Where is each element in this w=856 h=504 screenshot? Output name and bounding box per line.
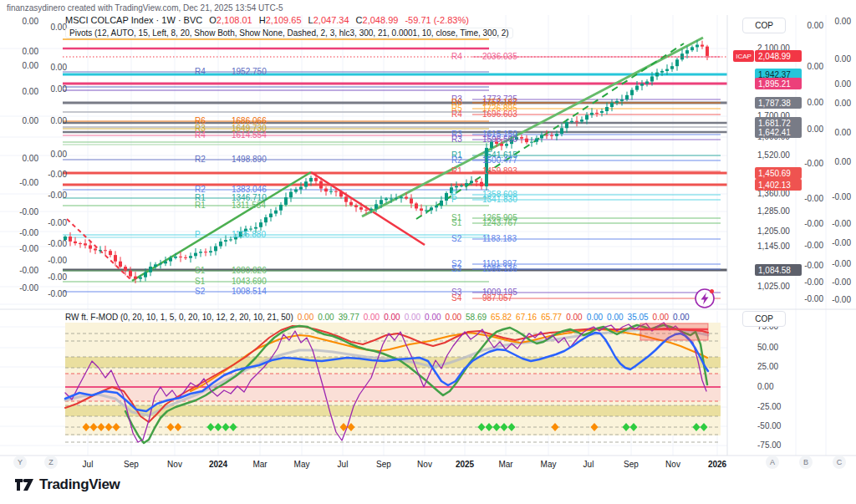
high-value: 2,109.65 — [266, 15, 302, 25]
indicator-value: 35.05 — [628, 313, 649, 322]
indicator-title[interactable]: RW ft. F-MOD (0, 20, 10, 1, 5, 0, 20, 10… — [65, 313, 293, 322]
svg-text:-0.00: -0.00 — [804, 194, 823, 203]
symbol-legend-row[interactable]: MSCI COLCAP Index · 1W · BVC O2,108.01 H… — [65, 15, 469, 25]
svg-text:-0.00: -0.00 — [804, 277, 823, 287]
svg-text:Jul: Jul — [338, 460, 349, 469]
svg-text:1,895.21: 1,895.21 — [758, 79, 791, 89]
indicator-value: 58.69 — [466, 313, 487, 322]
boost-button[interactable] — [696, 289, 714, 308]
symbol-title[interactable]: MSCI COLCAP Index · 1W · BVC — [65, 15, 202, 25]
svg-text:-0.00: -0.00 — [48, 272, 67, 282]
svg-text:1459.893: 1459.893 — [482, 166, 517, 176]
svg-text:-0.00: -0.00 — [19, 283, 38, 293]
open-value: 2,108.01 — [217, 15, 252, 25]
svg-text:R4: R4 — [451, 109, 462, 119]
svg-text:May: May — [541, 460, 557, 469]
close-value: 2,048.99 — [363, 15, 399, 25]
svg-text:0.00: 0.00 — [808, 98, 824, 107]
svg-text:0.00: 0.00 — [51, 63, 68, 72]
svg-text:R3: R3 — [451, 135, 462, 144]
indicator-value: 0.00 — [653, 313, 669, 322]
axis-shortcut-button[interactable]: A — [766, 456, 779, 469]
axis-shortcut-button[interactable]: C — [833, 456, 846, 469]
indicator-value: 0.00 — [384, 313, 400, 322]
svg-text:R1: R1 — [195, 201, 206, 210]
indicator-scale-currency-button[interactable]: COP — [742, 311, 786, 327]
svg-text:1,787.38: 1,787.38 — [758, 99, 791, 108]
svg-text:-0.00: -0.00 — [804, 159, 823, 168]
low-value: 2,047.34 — [313, 15, 349, 25]
svg-text:S1: S1 — [195, 266, 206, 275]
svg-text:1,025.00: 1,025.00 — [757, 282, 790, 291]
svg-text:Y: Y — [18, 458, 23, 466]
outer-scales: 0.000.000.000.00-0.00-0.00-0.00-0.00-0.0… — [19, 17, 851, 304]
svg-text:2036.035: 2036.035 — [482, 52, 517, 61]
svg-text:-25.00: -25.00 — [757, 402, 782, 411]
svg-text:-75.00: -75.00 — [757, 440, 782, 450]
indicator-value: 0.00 — [425, 313, 441, 322]
svg-text:S1: S1 — [451, 218, 462, 227]
svg-text:50.00: 50.00 — [757, 343, 778, 352]
svg-text:Mar: Mar — [252, 460, 268, 469]
svg-text:Nov: Nov — [167, 460, 182, 469]
price-scale-currency-button[interactable]: COP — [742, 18, 786, 33]
svg-text:1,520.00: 1,520.00 — [757, 150, 790, 160]
svg-text:2,048.99: 2,048.99 — [758, 52, 791, 61]
svg-text:Nov: Nov — [417, 460, 432, 469]
svg-text:0.00: 0.00 — [23, 17, 39, 26]
svg-text:0.00: 0.00 — [835, 79, 852, 89]
svg-text:1952.750: 1952.750 — [232, 67, 267, 76]
chart-canvas[interactable]: R41952.750R61686.066R31649.730R41614.554… — [0, 0, 856, 504]
svg-text:Sep: Sep — [624, 460, 639, 469]
svg-text:0.00: 0.00 — [835, 128, 852, 137]
svg-text:-0.00: -0.00 — [804, 294, 823, 303]
svg-text:P: P — [451, 195, 457, 204]
svg-text:Sep: Sep — [376, 460, 391, 469]
tradingview-chart-window: finanzasydinero created with TradingView… — [0, 0, 856, 504]
svg-text:Nov: Nov — [665, 460, 680, 469]
svg-text:Mar: Mar — [498, 460, 513, 469]
svg-text:1,084.58: 1,084.58 — [758, 266, 791, 275]
svg-text:0.00: 0.00 — [835, 99, 852, 108]
svg-text:1086.136: 1086.136 — [482, 264, 517, 273]
highlight-box — [640, 323, 708, 340]
svg-text:987.057: 987.057 — [482, 293, 513, 303]
svg-text:-0.00: -0.00 — [832, 259, 851, 268]
axis-shortcut-button[interactable]: Y — [13, 456, 27, 469]
svg-text:0.00: 0.00 — [835, 54, 852, 64]
time-axis[interactable]: JulSepNov2024MarMayJulSepNov2025MarMayJu… — [0, 456, 856, 504]
svg-text:0.00: 0.00 — [808, 21, 824, 30]
svg-text:S1: S1 — [195, 277, 206, 286]
svg-text:R4: R4 — [195, 67, 206, 76]
svg-text:-0.00: -0.00 — [48, 170, 67, 179]
pivots-indicator-row[interactable]: Pivots (12, AUTO, 15, Left, 8, 20, Show … — [65, 28, 513, 38]
svg-text:-0.00: -0.00 — [48, 191, 67, 200]
svg-text:Z: Z — [48, 458, 54, 466]
indicator-legend-row[interactable]: RW ft. F-MOD (0, 20, 10, 1, 5, 0, 20, 10… — [65, 313, 690, 322]
svg-text:-0.00: -0.00 — [832, 219, 851, 228]
indicator-value: 0.00 — [607, 313, 623, 322]
axis-shortcut-button[interactable]: B — [799, 456, 813, 469]
axis-shortcut-button[interactable]: Z — [44, 456, 58, 469]
svg-text:-0.00: -0.00 — [804, 219, 823, 228]
svg-text:R4: R4 — [451, 52, 462, 61]
svg-text:-0.00: -0.00 — [804, 261, 823, 270]
high-label: H — [259, 15, 266, 25]
svg-text:0.00: 0.00 — [51, 116, 68, 125]
open-label: O — [209, 15, 217, 25]
svg-text:-0.00: -0.00 — [19, 266, 38, 275]
svg-text:ICAP: ICAP — [736, 53, 752, 60]
svg-text:P: P — [195, 230, 201, 239]
tradingview-logo-icon — [15, 476, 33, 493]
indicator-value: 0.00 — [566, 313, 582, 322]
svg-text:1,942.37: 1,942.37 — [758, 70, 791, 79]
change-value: -59.71 (-2.83%) — [405, 15, 468, 25]
svg-text:1008.514: 1008.514 — [232, 287, 267, 296]
svg-text:-0.00: -0.00 — [832, 277, 851, 287]
svg-text:0.00: 0.00 — [51, 84, 68, 94]
svg-text:S4: S4 — [451, 293, 462, 303]
indicator-value: 65.82 — [491, 313, 512, 322]
svg-text:-0.00: -0.00 — [19, 207, 38, 216]
indicator-value: 67.16 — [516, 313, 537, 322]
svg-text:1195.880: 1195.880 — [232, 230, 266, 239]
